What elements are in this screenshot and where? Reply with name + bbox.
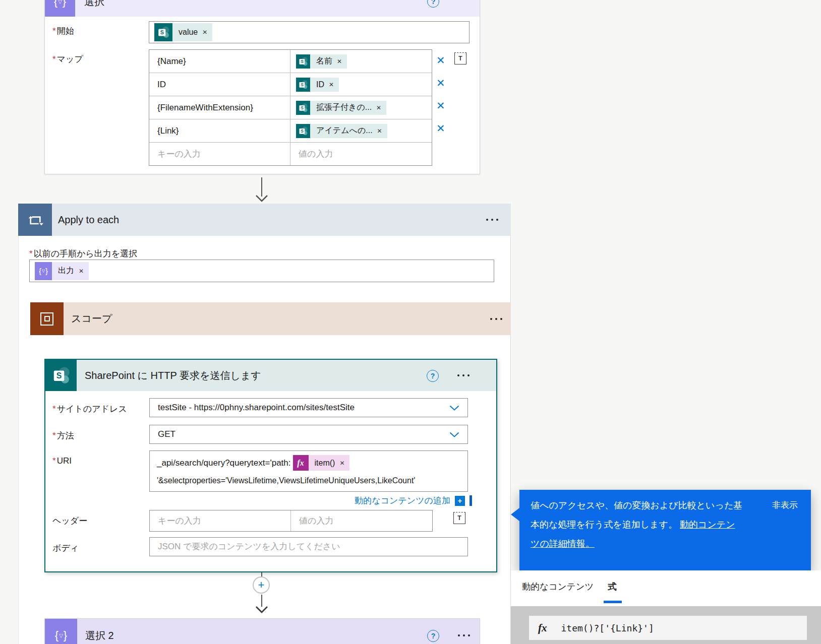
hide-callout-button[interactable]: 非表示 <box>772 496 798 515</box>
map-value-pill[interactable]: S 拡張子付きの...✕ <box>296 101 386 115</box>
switch-to-text-mode-icon[interactable]: T <box>454 52 466 65</box>
value-token-pill[interactable]: S value✕ <box>154 23 212 41</box>
from-input[interactable]: S value✕ <box>149 21 470 43</box>
delete-row-button[interactable]: ✕ <box>436 101 445 111</box>
insert-step-button[interactable]: + <box>253 576 270 594</box>
help-icon[interactable]: ? <box>427 370 439 382</box>
callout-text-line2: 本的な処理を行う式を追加します。 動的コンテン <box>531 515 799 534</box>
map-table: {Name} S 名前✕ ID S ID✕ <box>149 49 432 166</box>
pill-label: 出力 <box>58 266 74 276</box>
pill-label: value <box>179 28 198 37</box>
uri-input[interactable]: _api/search/query?querytext='path: fx it… <box>149 450 468 492</box>
method-label: *方法 <box>52 430 74 441</box>
output-token-pill[interactable]: {▽} 出力✕ <box>35 262 89 280</box>
map-row: ID S ID✕ <box>149 73 432 96</box>
connector-line <box>261 595 262 607</box>
headers-label: ヘッダー <box>52 515 87 527</box>
delete-row-button[interactable]: ✕ <box>436 123 445 134</box>
more-menu[interactable] <box>449 619 479 644</box>
expression-input-box[interactable]: fx item()?['{Link}'] <box>529 616 807 640</box>
tab-expression[interactable]: 式 <box>608 581 617 593</box>
svg-text:S: S <box>160 29 164 35</box>
svg-text:S: S <box>301 82 304 87</box>
help-icon[interactable]: ? <box>427 0 439 8</box>
remove-token-icon[interactable]: ✕ <box>329 81 334 88</box>
remove-token-icon[interactable]: ✕ <box>202 29 207 36</box>
map-label: *マップ <box>52 53 83 65</box>
help-icon[interactable]: ? <box>427 630 439 642</box>
map-value-pill[interactable]: S 名前✕ <box>296 54 347 69</box>
sharepoint-icon: S <box>154 23 172 41</box>
header-value-input[interactable] <box>291 510 432 531</box>
apply-to-each-loop-icon <box>18 204 52 236</box>
body-label: ボディ <box>52 542 79 554</box>
callout-text-line3: ツの詳細情報。 <box>531 534 799 553</box>
output-select-label: *以前の手順から出力を選択 <box>29 248 137 260</box>
dynamic-content-learn-more-link[interactable]: ツの詳細情報。 <box>531 539 595 549</box>
add-dynamic-content-link[interactable]: 動的なコンテンツの追加 <box>355 495 450 506</box>
map-key[interactable]: {Name} <box>149 56 186 67</box>
map-value-pill[interactable]: S ID✕ <box>296 78 339 92</box>
pill-label: 名前 <box>316 56 332 67</box>
callout-arrow <box>511 508 519 521</box>
apply-to-each-title: Apply to each <box>58 214 119 226</box>
scope-header[interactable]: スコープ <box>30 302 511 335</box>
pill-label: アイテムへの... <box>316 125 373 136</box>
header-key-input[interactable] <box>150 510 290 531</box>
svg-text:S: S <box>56 371 62 380</box>
select2-title: 選択 2 <box>85 629 114 642</box>
sharepoint-icon: S <box>296 54 310 69</box>
map-key[interactable]: ID <box>149 80 166 90</box>
dynamic-content-learn-more-link[interactable]: 動的コンテン <box>680 520 735 530</box>
select2-header[interactable]: {▽} 選択 2 ? <box>45 619 480 644</box>
callout-text-line1: 値へのアクセスや、値の変換および比較といった基 <box>531 496 799 515</box>
pill-label: 拡張子付きの... <box>316 102 372 113</box>
add-dynamic-content-button[interactable]: + <box>455 496 465 506</box>
map-row: {FilenameWithExtension} S 拡張子付きの...✕ <box>149 96 432 119</box>
remove-token-icon[interactable]: ✕ <box>377 127 382 135</box>
apply-to-each-header[interactable]: Apply to each <box>18 204 511 236</box>
add-dynamic-content-row: 動的なコンテンツの追加 + <box>149 495 472 506</box>
more-menu[interactable] <box>449 360 478 391</box>
site-address-label: *サイトのアドレス <box>52 403 127 415</box>
sharepoint-http-header[interactable]: S SharePoint に HTTP 要求を送信します ? <box>45 360 496 391</box>
select-action-header[interactable]: {▽} 選択 ? <box>45 0 480 17</box>
headers-table <box>149 510 433 532</box>
map-key[interactable]: {Link} <box>149 126 179 136</box>
connector-line <box>261 177 262 197</box>
sharepoint-icon: S <box>296 101 310 115</box>
map-row-new <box>149 143 432 165</box>
expression-token-pill[interactable]: fx item()✕ <box>293 455 350 471</box>
map-key[interactable]: {FilenameWithExtension} <box>149 103 253 113</box>
text-cursor <box>470 495 472 506</box>
output-input[interactable]: {▽} 出力✕ <box>29 260 494 282</box>
method-dropdown[interactable]: GET <box>149 425 468 444</box>
pill-label: item() <box>315 459 335 468</box>
delete-row-button[interactable]: ✕ <box>436 78 445 88</box>
switch-to-text-mode-icon[interactable]: T <box>453 512 465 524</box>
map-value-pill[interactable]: S アイテムへの...✕ <box>296 124 387 138</box>
map-value-input[interactable] <box>290 143 432 165</box>
remove-token-icon[interactable]: ✕ <box>376 104 381 111</box>
remove-token-icon[interactable]: ✕ <box>79 268 84 275</box>
delete-row-button[interactable]: ✕ <box>436 55 445 66</box>
map-row: {Link} S アイテムへの...✕ <box>149 119 432 143</box>
remove-token-icon[interactable]: ✕ <box>339 460 344 467</box>
site-address-dropdown[interactable]: testSite - https://0phny.sharepoint.com/… <box>149 398 468 417</box>
scope-title: スコープ <box>71 312 112 326</box>
flow-designer-canvas: {▽} 選択 ? *開始 S value✕ *マップ {Name} S <box>0 0 821 644</box>
dynamic-content-callout: 値へのアクセスや、値の変換および比較といった基 本的な処理を行う式を追加します。… <box>519 490 811 570</box>
more-menu[interactable] <box>482 302 511 335</box>
svg-text:S: S <box>301 128 304 134</box>
map-key-input[interactable] <box>149 143 290 165</box>
svg-text:S: S <box>301 105 304 110</box>
more-menu[interactable] <box>477 204 507 236</box>
from-label: *開始 <box>52 25 74 37</box>
remove-token-icon[interactable]: ✕ <box>337 58 342 65</box>
chevron-down-icon <box>449 405 459 411</box>
data-operation-icon: {▽} <box>35 262 52 280</box>
tab-dynamic-content[interactable]: 動的なコンテンツ <box>522 581 594 593</box>
expression-value: item()?['{Link}'] <box>561 623 654 633</box>
method-value: GET <box>158 429 175 439</box>
body-input[interactable] <box>150 538 467 556</box>
